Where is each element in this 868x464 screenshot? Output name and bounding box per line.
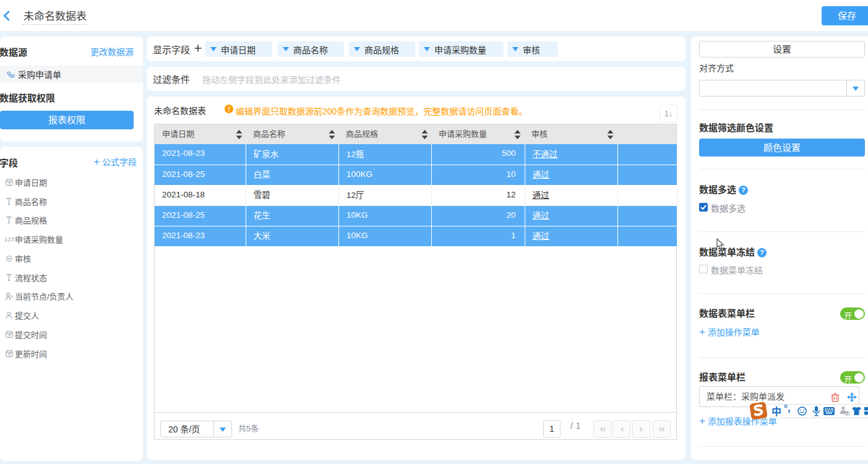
svg-text:7: 7	[846, 411, 848, 415]
